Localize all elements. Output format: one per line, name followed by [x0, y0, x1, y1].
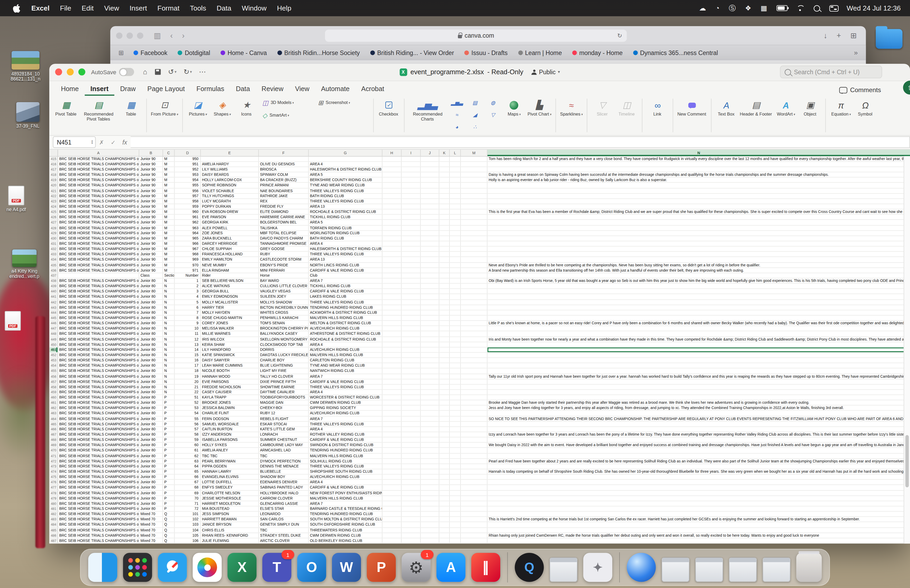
- cell-empty[interactable]: [450, 506, 461, 511]
- cell-empty[interactable]: [382, 358, 402, 363]
- column-header[interactable]: K: [439, 150, 450, 156]
- cell-club[interactable]: THREE VALLEYS RIDING CLUB: [309, 299, 383, 304]
- cell-number[interactable]: 70: [175, 496, 200, 501]
- cell-class[interactable]: Junior 90: [139, 204, 163, 209]
- cell-club[interactable]: CARDIFF & VALE RIDING CLUB: [309, 379, 383, 384]
- cell-horse[interactable]: GENETIX SIMPLY DUN: [259, 522, 309, 527]
- cell-number[interactable]: 951: [175, 162, 200, 166]
- cell-empty[interactable]: [421, 299, 440, 304]
- cell-empty[interactable]: [421, 358, 440, 363]
- cell-empty[interactable]: [439, 469, 450, 474]
- ribbon-button[interactable]: ▽ ▾: [485, 108, 501, 121]
- cell-empty[interactable]: [450, 194, 461, 199]
- minimize-button[interactable]: [66, 69, 73, 76]
- dock-item[interactable]: ✦: [583, 553, 612, 582]
- cell-number[interactable]: 56: [175, 422, 200, 426]
- row-number[interactable]: 461: [49, 400, 58, 405]
- cell-empty[interactable]: [450, 353, 461, 357]
- cell-empty[interactable]: [450, 316, 461, 320]
- cell-section[interactable]: N: [163, 326, 175, 331]
- cell-class[interactable]: Junior 80: [139, 432, 163, 437]
- cell-class[interactable]: Junior 80: [139, 464, 163, 469]
- cell-empty[interactable]: [439, 533, 450, 538]
- cell-empty[interactable]: [439, 299, 450, 304]
- cell-note[interactable]: [487, 167, 910, 172]
- cell-rider[interactable]: BROOKE JONES: [201, 400, 259, 405]
- cell-empty[interactable]: [450, 384, 461, 389]
- ribbon-tab[interactable]: Insert: [84, 82, 114, 96]
- cancel-button[interactable]: ✗: [96, 139, 107, 145]
- cell-horse[interactable]: CASTLECOOTE STORM: [259, 257, 309, 262]
- cell-note[interactable]: [487, 241, 910, 246]
- cell-empty[interactable]: [421, 231, 440, 236]
- cell-empty[interactable]: [450, 252, 461, 257]
- cell-rider[interactable]: NICOLE BOOTH: [201, 368, 259, 373]
- comments-button[interactable]: Comments: [839, 86, 881, 93]
- cell-section[interactable]: N: [163, 331, 175, 336]
- ribbon-button[interactable]: ▦ Pivot Table: [55, 96, 77, 134]
- cell-rider[interactable]: ROSE CHUGG-MARTIN: [201, 316, 259, 320]
- cell-empty[interactable]: [402, 485, 421, 490]
- cell-rider[interactable]: CAITLIN BURTON: [201, 427, 259, 432]
- status-icon[interactable]: ☁: [694, 4, 711, 12]
- row-number[interactable]: 427: [49, 220, 58, 225]
- table-row[interactable]: 474 BRC SEIB HORSE TRIALS CHAMPIONSHIPS …: [49, 469, 910, 475]
- cell-empty[interactable]: [421, 342, 440, 347]
- cell-horse[interactable]: TALISHKA: [259, 225, 309, 230]
- cell-club[interactable]: CWM DERWEN RIDING CLUB: [309, 533, 383, 538]
- cell-note[interactable]: [487, 454, 910, 458]
- cell-empty[interactable]: [402, 459, 421, 464]
- cell-event[interactable]: BRC SEIB HORSE TRIALS CHAMPIONSHIPS on 0…: [58, 294, 139, 299]
- refresh-icon[interactable]: ↻: [617, 32, 622, 39]
- cell-event[interactable]: BRC SEIB HORSE TRIALS CHAMPIONSHIPS on 0…: [58, 331, 139, 336]
- cell-event[interactable]: BRC SEIB HORSE TRIALS CHAMPIONSHIPS on 0…: [58, 167, 139, 172]
- cell-event[interactable]: BRC SEIB HORSE TRIALS CHAMPIONSHIPS on 0…: [58, 342, 139, 347]
- cell-empty[interactable]: [382, 469, 402, 474]
- cell-number[interactable]: 21: [175, 384, 200, 389]
- cell-horse[interactable]: BRIOSCA: [259, 167, 309, 172]
- cell-note[interactable]: [487, 326, 910, 331]
- cell-rider[interactable]: JULIE FLEMING: [201, 538, 259, 543]
- table-row[interactable]: 482 BRC SEIB HORSE TRIALS CHAMPIONSHIPS …: [49, 512, 910, 517]
- cell-empty[interactable]: [421, 331, 440, 336]
- cell-note[interactable]: [487, 188, 910, 193]
- desktop-icon[interactable]: PDF: [0, 311, 37, 333]
- ribbon-button[interactable]: ★ Icons: [236, 96, 258, 134]
- cell-note[interactable]: [487, 236, 910, 241]
- cell-club[interactable]: SOUTH MOLTON & DISTRICT RIDING CLUB: [309, 517, 383, 522]
- cell-club[interactable]: BATH RIDING CLUB: [309, 236, 383, 241]
- cell-rider[interactable]: SEB BELLIERE-WILSON: [201, 278, 259, 283]
- cell-empty[interactable]: [421, 188, 440, 193]
- cell-section[interactable]: N: [163, 379, 175, 384]
- cell-empty[interactable]: [439, 268, 450, 273]
- cell-note[interactable]: We bought Daisy in 2022 with the aim to …: [487, 443, 910, 447]
- cell-empty[interactable]: [402, 273, 421, 278]
- cell-empty[interactable]: [450, 220, 461, 225]
- cell-empty[interactable]: [450, 268, 461, 273]
- cell-empty[interactable]: [402, 528, 421, 533]
- row-number[interactable]: 478: [49, 491, 58, 495]
- cell-empty[interactable]: [439, 199, 450, 204]
- dock-item[interactable]: [158, 553, 187, 582]
- ribbon-button[interactable]: ◢ ▾: [467, 108, 483, 121]
- cell-empty[interactable]: [450, 241, 461, 246]
- table-row[interactable]: 450 BRC SEIB HORSE TRIALS CHAMPIONSHIPS …: [49, 342, 910, 347]
- cell-empty[interactable]: [461, 469, 487, 474]
- cell-rider[interactable]: EVE PAWSON: [201, 215, 259, 220]
- cell-club[interactable]: ALVECHURCH RIDING CLUB: [309, 326, 383, 331]
- cell-horse[interactable]: BAY WARD: [259, 278, 309, 283]
- cell-club[interactable]: AREA 13: [309, 204, 383, 209]
- table-row[interactable]: 437 Class Section Number Rider Horse Clu…: [49, 273, 910, 278]
- cell-empty[interactable]: [450, 273, 461, 278]
- cell-event[interactable]: BRC SEIB HORSE TRIALS CHAMPIONSHIPS on 0…: [58, 215, 139, 220]
- cell-number[interactable]: 969: [175, 257, 200, 262]
- cell-empty[interactable]: [402, 220, 421, 225]
- bookmark-item[interactable]: Dynamics 365...ness Central: [629, 49, 722, 56]
- cell-empty[interactable]: [450, 178, 461, 183]
- row-number[interactable]: 464: [49, 417, 58, 421]
- cell-horse[interactable]: BA CRACKER (BUZZ): [259, 178, 309, 183]
- cell-event[interactable]: BRC SEIB HORSE TRIALS CHAMPIONSHIPS on 0…: [58, 506, 139, 511]
- cell-note[interactable]: [487, 496, 910, 501]
- dock-item[interactable]: T 1: [262, 553, 291, 582]
- column-header[interactable]: E: [201, 150, 259, 156]
